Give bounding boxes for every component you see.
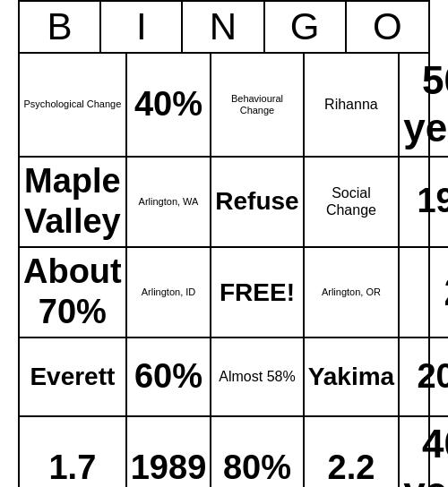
bingo-cell: Arlington, ID [127, 248, 212, 338]
bingo-cell: 80% [211, 417, 304, 487]
bingo-cell: 2000 [400, 338, 448, 417]
cell-text: 1988 [417, 181, 448, 222]
bingo-cell: Psychological Change [20, 54, 127, 158]
bingo-cell: 400 years [400, 417, 448, 487]
cell-text: 400 years [403, 421, 448, 487]
cell-text: About 70% [23, 252, 122, 333]
cell-text: 2000 [417, 356, 448, 397]
bingo-cell: Social Change [305, 158, 401, 248]
bingo-cell: 500 years [400, 54, 448, 158]
cell-text: Social Change [308, 184, 395, 218]
cell-text: 1989 [131, 448, 207, 487]
bingo-cell: FREE! [211, 248, 304, 338]
cell-text: 80% [223, 448, 291, 487]
cell-text: Rihanna [324, 96, 378, 113]
cell-text: 2 [444, 269, 448, 316]
bingo-cell: 2.2 [305, 417, 401, 487]
cell-text: 2.2 [328, 448, 375, 487]
bingo-cell: 2 [400, 248, 448, 338]
cell-text: Yakima [308, 362, 395, 392]
cell-text: Almost 58% [219, 368, 295, 385]
bingo-cell: Arlington, WA [127, 158, 212, 248]
bingo-cell: Almost 58% [211, 338, 304, 417]
bingo-cell: Behavioural Change [211, 54, 304, 158]
bingo-cell: 1989 [127, 417, 212, 487]
header-letter: G [265, 2, 347, 52]
bingo-cell: Refuse [211, 158, 304, 248]
bingo-cell: About 70% [20, 248, 127, 338]
bingo-grid: Psychological Change40%Behavioural Chang… [20, 54, 428, 487]
cell-text: Behavioural Change [215, 93, 298, 116]
bingo-cell: Maple Valley [20, 158, 127, 248]
cell-text: Arlington, WA [139, 196, 199, 208]
bingo-cell: Everett [20, 338, 127, 417]
bingo-card: BINGO Psychological Change40%Behavioural… [18, 0, 430, 487]
cell-text: 500 years [403, 57, 448, 152]
cell-text: 60% [134, 356, 202, 397]
cell-text: Arlington, ID [142, 286, 196, 298]
header-letter: O [347, 2, 428, 52]
cell-text: Psychological Change [23, 98, 121, 110]
bingo-cell: Arlington, OR [305, 248, 401, 338]
cell-text: 40% [134, 84, 202, 125]
header-letter: N [183, 2, 264, 52]
bingo-header: BINGO [20, 2, 428, 54]
bingo-cell: Yakima [305, 338, 401, 417]
bingo-cell: 1.7 [20, 417, 127, 487]
bingo-cell: Rihanna [305, 54, 401, 158]
cell-text: Arlington, OR [322, 286, 381, 298]
cell-text: Refuse [215, 186, 298, 217]
cell-text: Maple Valley [23, 161, 122, 243]
cell-text: Everett [30, 362, 115, 392]
bingo-cell: 60% [127, 338, 212, 417]
bingo-cell: 1988 [400, 158, 448, 248]
header-letter: B [20, 2, 101, 52]
cell-text: FREE! [220, 278, 295, 308]
header-letter: I [101, 2, 183, 52]
cell-text: 1.7 [48, 448, 96, 487]
bingo-cell: 40% [127, 54, 212, 158]
